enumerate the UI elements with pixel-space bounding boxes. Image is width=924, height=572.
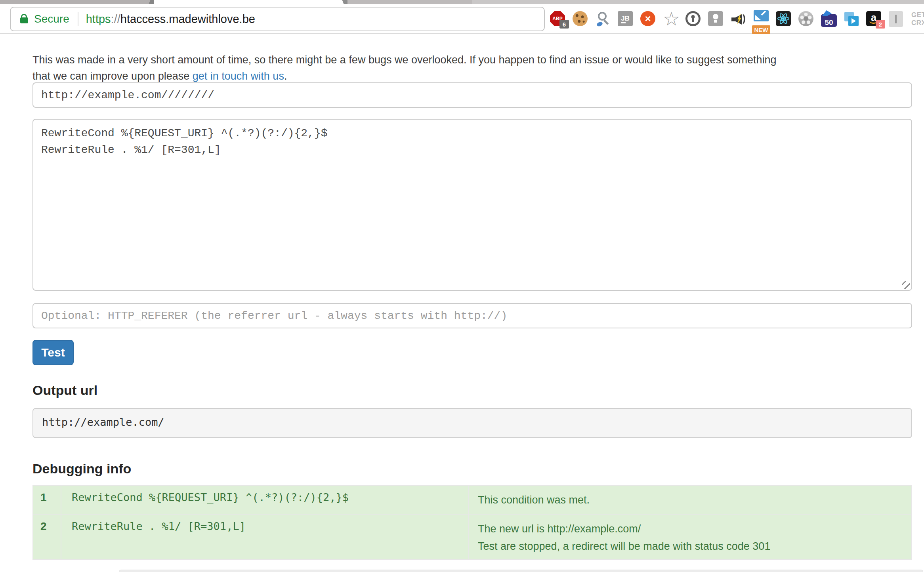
debug-row: 1 RewriteCond %{REQUEST_URI} ^(.*?)(?:/)… (33, 485, 911, 514)
result-message-line: Test are stopped, a redirect will be mad… (478, 538, 911, 555)
result-message-cell: The new url is http://example.com/ Test … (469, 514, 911, 559)
ubuntu-icon[interactable] (640, 11, 656, 27)
inactive-tab-left[interactable] (0, 0, 153, 4)
address-bar[interactable]: Secure https://htaccess.madewithlove.be (10, 7, 545, 31)
htaccess-textarea[interactable]: RewriteCond %{REQUEST_URI} ^(.*?)(?:/){2… (32, 119, 912, 291)
react-devtools-icon[interactable] (776, 11, 792, 27)
lightbulb-keep-icon[interactable] (708, 11, 724, 27)
debugging-heading: Debugging info (32, 461, 131, 477)
star-icon[interactable]: ☆ (663, 11, 679, 27)
screenshot-new-icon[interactable]: NEW (753, 11, 769, 27)
search-mouse-icon[interactable] (595, 11, 611, 27)
tab-strip (0, 0, 924, 4)
rule-code-cell: RewriteCond %{REQUEST_URI} ^(.*?)(?:/){2… (61, 485, 469, 514)
extension-icons-row: ABP 6 JB ☆ NEW 50 a 2 (550, 7, 924, 31)
output-url-value: http://example.com/ (32, 408, 912, 438)
lightning-bolt (735, 13, 743, 25)
jetbrains-icon[interactable]: JB (618, 11, 634, 27)
result-message-line: This condition was met. (478, 491, 911, 509)
url-host: htaccess.madewithlove.be (120, 13, 255, 25)
lock-icon[interactable] (20, 17, 28, 23)
inactive-tab-right[interactable] (347, 0, 472, 4)
adblock-badge: 6 (559, 20, 569, 29)
url-separator: :// (111, 13, 120, 25)
get-crx-button[interactable]: GET CRX (911, 11, 924, 27)
debug-table: 1 RewriteCond %{REQUEST_URI} ^(.*?)(?:/)… (32, 485, 912, 560)
htaccess-textarea-wrap: RewriteCond %{REQUEST_URI} ^(.*?)(?:/){2… (32, 119, 912, 291)
page-url-input[interactable] (32, 82, 912, 108)
secure-label: Secure (34, 13, 69, 25)
bottom-partial-element (119, 570, 923, 572)
active-tab[interactable] (154, 0, 344, 4)
line-number-cell: 2 (33, 514, 61, 559)
mouse-shape (596, 21, 603, 27)
adblock-plus-icon[interactable]: ABP 6 (550, 11, 566, 27)
url-text[interactable]: https://htaccess.madewithlove.be (86, 13, 255, 26)
intro-line1: This was made in a very short amount of … (32, 54, 777, 66)
get-in-touch-link[interactable]: get in touch with us (193, 70, 284, 82)
test-button[interactable]: Test (32, 340, 74, 365)
result-message-line: The new url is http://example.com/ (478, 520, 911, 538)
speaker-mute-icon[interactable] (731, 11, 746, 27)
fifty-badge-icon[interactable]: 50 (821, 11, 837, 27)
amazon-icon[interactable]: a 2 (866, 11, 882, 27)
address-divider (78, 12, 78, 26)
share-pages-icon[interactable] (844, 11, 859, 27)
intro-line2-after: . (284, 70, 287, 82)
new-badge: NEW (752, 25, 770, 34)
disabled-extension-icon[interactable] (889, 11, 905, 27)
line-number-cell: 1 (33, 485, 61, 514)
cookie-icon[interactable] (573, 11, 588, 27)
amazon-badge: 2 (876, 20, 885, 29)
debug-row: 2 RewriteRule . %1/ [R=301,L] The new ur… (33, 514, 911, 559)
intro-line2-before: that we can improve upon please (32, 70, 193, 82)
url-scheme: https (86, 13, 111, 25)
result-message-cell: This condition was met. (469, 485, 911, 514)
film-reel-icon[interactable] (798, 11, 814, 27)
referrer-input[interactable] (32, 303, 912, 328)
output-url-heading: Output url (32, 383, 97, 398)
onepassword-keyhole-icon[interactable] (685, 11, 701, 27)
intro-paragraph: This was made in a very short amount of … (32, 52, 920, 84)
browser-toolbar: Secure https://htaccess.madewithlove.be … (0, 4, 924, 34)
rule-code-cell: RewriteRule . %1/ [R=301,L] (61, 514, 469, 559)
